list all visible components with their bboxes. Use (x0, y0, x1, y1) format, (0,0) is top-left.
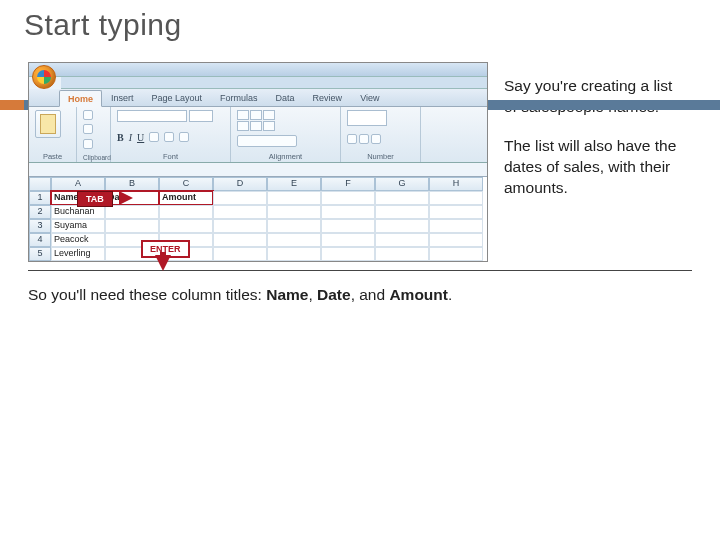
ribbon-tabs: Home Insert Page Layout Formulas Data Re… (29, 89, 487, 107)
fontcolor-icon (179, 132, 189, 142)
tab-formulas: Formulas (211, 89, 267, 106)
col-D: D (213, 177, 267, 191)
col-E: E (267, 177, 321, 191)
clipboard-label: Clipboard (83, 154, 104, 161)
row-3: 3 (29, 219, 51, 233)
arrow-down-icon (155, 255, 171, 271)
right-text-block: Say you're creating a list of salespeopl… (488, 54, 698, 262)
paste-label: Paste (35, 152, 70, 161)
number-label: Number (347, 152, 414, 161)
row-5: 5 (29, 247, 51, 261)
bottom-prefix: So you'll need these column titles: (28, 286, 266, 303)
font-group-label: Font (117, 152, 224, 161)
currency-icon (347, 134, 357, 144)
cell-A2: Buchanan (51, 205, 105, 219)
slide-title: Start typing (0, 0, 720, 46)
col-H: H (429, 177, 483, 191)
tab-view: View (351, 89, 388, 106)
alignment-grid-icon (237, 110, 334, 131)
tab-key-badge: TAB (77, 191, 113, 207)
col-C: C (159, 177, 213, 191)
row-1: 1 (29, 191, 51, 205)
cell-A3: Suyama (51, 219, 105, 233)
cell-A5: Leverling (51, 247, 105, 261)
tab-review: Review (304, 89, 352, 106)
formatpainter-icon (83, 139, 93, 149)
comma-icon (371, 134, 381, 144)
border-icon (149, 132, 159, 142)
content-row: Home Insert Page Layout Formulas Data Re… (0, 54, 720, 262)
paragraph-2: The list will also have the dates of sal… (504, 136, 686, 199)
paragraph-1: Say you're creating a list of salespeopl… (504, 76, 686, 118)
col-A: A (51, 177, 105, 191)
cell-A4: Peacock (51, 233, 105, 247)
cut-icon (83, 110, 93, 120)
font-select (117, 110, 187, 122)
office-button-icon (32, 65, 56, 89)
bold-amount: Amount (389, 286, 448, 303)
bottom-paragraph: So you'll need these column titles: Name… (0, 271, 720, 306)
alignment-label: Alignment (237, 152, 334, 161)
fontsize-select (189, 110, 213, 122)
paste-icon (35, 110, 61, 138)
worksheet-grid: A B C D E F G H 1 Name Date Amount 2Buch… (29, 177, 487, 261)
row-4: 4 (29, 233, 51, 247)
col-F: F (321, 177, 375, 191)
bold-icon: B (117, 132, 124, 143)
bold-name: Name (266, 286, 308, 303)
cell-C1: Amount (159, 191, 213, 205)
tab-pagelayout: Page Layout (143, 89, 212, 106)
underline-icon: U (137, 132, 144, 143)
excel-screenshot: Home Insert Page Layout Formulas Data Re… (28, 62, 488, 262)
row-2: 2 (29, 205, 51, 219)
merge-icon (237, 135, 297, 147)
numberformat-select (347, 110, 387, 126)
col-G: G (375, 177, 429, 191)
formula-bar (29, 163, 487, 177)
accent-bar-orange (0, 100, 24, 110)
tab-data: Data (267, 89, 304, 106)
col-B: B (105, 177, 159, 191)
ribbon: Paste Clipboard B I U Font (29, 107, 487, 163)
selectall-corner (29, 177, 51, 191)
bold-date: Date (317, 286, 351, 303)
copy-icon (83, 124, 93, 134)
percent-icon (359, 134, 369, 144)
tab-home: Home (59, 90, 102, 107)
arrow-right-icon (119, 191, 133, 205)
tab-insert: Insert (102, 89, 143, 106)
fill-icon (164, 132, 174, 142)
italic-icon: I (129, 132, 132, 143)
